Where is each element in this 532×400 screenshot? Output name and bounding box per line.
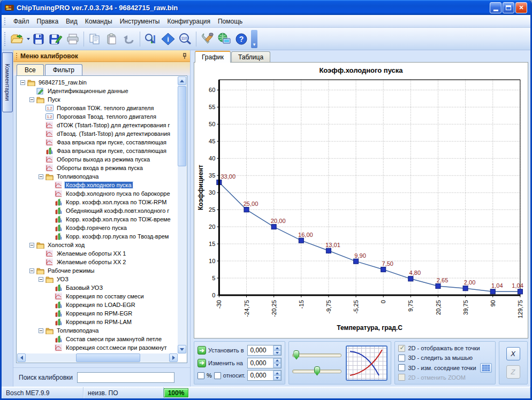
- view-data-button[interactable]: [142, 30, 159, 48]
- toolbar-grip[interactable]: [4, 32, 6, 47]
- tree-item[interactable]: Топливоподача: [17, 326, 178, 335]
- tree-item[interactable]: Холостой ход: [17, 241, 178, 249]
- menu-5[interactable]: Конфигурация: [163, 16, 214, 27]
- pin-icon[interactable]: [180, 52, 188, 60]
- title-bar[interactable]: ChipTuningPRO ver.7.0.3.734 - 96842715_r…: [2, 0, 530, 15]
- tree-item-label[interactable]: Топливоподача: [56, 327, 100, 334]
- tree-item[interactable]: 1.2Пороговая Твозд. теплого двигателя: [17, 112, 178, 121]
- option-checkbox-1[interactable]: [398, 355, 405, 361]
- relative-value[interactable]: 0,000: [248, 371, 273, 380]
- tree-item[interactable]: Коррекция по LOAD-EGR: [17, 301, 178, 309]
- set-to-spinner[interactable]: 0,000: [247, 345, 282, 356]
- tree-item-label[interactable]: dТОЖ (Tstart-Tstop) для детектирования г: [56, 122, 171, 128]
- spin-up-button[interactable]: [273, 371, 281, 375]
- zoom-button[interactable]: 110: [177, 30, 194, 48]
- tree-horizontal-scrollbar[interactable]: [17, 353, 178, 362]
- tree-item[interactable]: Коррекция по RPM-EGR: [17, 309, 178, 318]
- tree-item-label[interactable]: Обедняющий коэфф.повт.холодного г: [65, 207, 170, 214]
- tree-item-label[interactable]: Базовый УОЗ: [65, 284, 104, 291]
- paste-button[interactable]: [103, 30, 120, 48]
- option-checkbox-0[interactable]: [398, 345, 405, 352]
- tree-item-label[interactable]: Коррекция по составу смеси: [65, 293, 145, 299]
- tree-item[interactable]: Коэфф.холодного пуска: [17, 181, 178, 189]
- tree-item-label[interactable]: 96842715_raw.bin: [37, 79, 88, 86]
- relative-checkbox[interactable]: [214, 372, 221, 379]
- tree-item-label[interactable]: Коэфф.горячего пуска: [65, 225, 128, 231]
- open-file-button[interactable]: [9, 30, 26, 48]
- toolbar-overflow-button[interactable]: ▾: [251, 30, 257, 48]
- collapse-toggle[interactable]: [29, 97, 34, 102]
- curve-preview-button[interactable]: [346, 345, 387, 381]
- slider-2[interactable]: [292, 366, 341, 376]
- tree-item-label[interactable]: Рабочие режимы: [47, 267, 95, 274]
- close-button[interactable]: ✕: [515, 2, 527, 13]
- copy-button[interactable]: [86, 30, 103, 48]
- spin-down-button[interactable]: [273, 363, 281, 368]
- tree-item-label[interactable]: Холостой ход: [47, 242, 86, 248]
- line-chart[interactable]: 051015202530354045505560-30-24,75-20,25-…: [194, 74, 528, 339]
- tree-item-label[interactable]: Коррекция сост.смеси при разомкнут: [65, 344, 168, 351]
- tree-item[interactable]: Пуск: [17, 95, 178, 104]
- tree-item[interactable]: Коррекция по составу смеси: [17, 292, 178, 301]
- apply-set-button[interactable]: ➔: [197, 346, 206, 355]
- tree-item[interactable]: Состав смеси при замкнутой петле: [17, 335, 178, 343]
- tree-item-label[interactable]: УОЗ: [56, 276, 70, 282]
- collapse-toggle[interactable]: [39, 328, 43, 333]
- menu-6[interactable]: Помощь: [214, 16, 246, 27]
- tree-item[interactable]: Фаза впрыска при пуске, составляющая: [17, 138, 178, 147]
- tree-item[interactable]: Рабочие режимы: [17, 266, 178, 275]
- tree-item[interactable]: Коррекция по RPM-LAM: [17, 318, 178, 326]
- tree-item[interactable]: Обороты входа в режима пуска: [17, 164, 178, 172]
- panel-grip[interactable]: [16, 52, 18, 60]
- internet-button[interactable]: [216, 30, 233, 48]
- help-button[interactable]: ?: [233, 30, 250, 48]
- tree-vertical-scrollbar[interactable]: [178, 76, 186, 353]
- tree-item[interactable]: 96842715_raw.bin: [17, 78, 178, 87]
- tree-item-label[interactable]: Обороты выхода из режима пуска: [56, 156, 151, 163]
- tree-item-label[interactable]: Пороговая ТОЖ. теплого двигателя: [56, 105, 155, 111]
- tree-item-label[interactable]: Фаза впрыска при пуске, составляющая: [56, 139, 168, 145]
- tree-item-label[interactable]: Состав смеси при замкнутой петле: [65, 336, 163, 342]
- option-checkbox-2[interactable]: [398, 364, 405, 371]
- slider-thumb[interactable]: [293, 350, 299, 360]
- collapse-toggle[interactable]: [39, 174, 43, 179]
- menu-grip[interactable]: [4, 17, 6, 26]
- menu-1[interactable]: Правка: [33, 16, 63, 27]
- tree-item[interactable]: Корр. коэфф.хол.пуска по ТОЖ-време: [17, 215, 178, 224]
- tree-item-label[interactable]: Фаза впрыска при пуске, составляющая: [56, 148, 168, 154]
- tree-item-label[interactable]: Коэфф.холодного пуска: [65, 182, 133, 188]
- collapse-toggle[interactable]: [29, 243, 34, 248]
- tree-item-label[interactable]: Обороты входа в режима пуска: [56, 165, 144, 171]
- menu-4[interactable]: Инструменты: [116, 16, 164, 27]
- scroll-right-button[interactable]: [169, 353, 178, 362]
- maximize-button[interactable]: [503, 2, 514, 13]
- tree-item[interactable]: Топливоподача: [17, 172, 178, 181]
- tree-item[interactable]: Коэфф.холодного пуска по барокорре: [17, 189, 178, 198]
- spin-up-button[interactable]: [273, 345, 281, 350]
- tab-table[interactable]: Таблица: [231, 51, 270, 62]
- tree-item[interactable]: 1.2Пороговая ТОЖ. теплого двигателя: [17, 104, 178, 112]
- percent-checkbox[interactable]: [197, 372, 204, 379]
- set-to-value[interactable]: 0,000: [248, 345, 273, 355]
- apply-change-button[interactable]: ➔: [197, 359, 206, 367]
- option-checkbox-3[interactable]: [398, 374, 405, 381]
- tree-item-label[interactable]: Корр. коэфф.хол.пуска по ТОЖ-време: [65, 216, 172, 222]
- tree-item-label[interactable]: Коэфф.холодного пуска по барокорре: [65, 190, 171, 197]
- tree-item[interactable]: Обедняющий коэфф.повт.холодного г: [17, 206, 178, 215]
- slider-1[interactable]: [292, 350, 341, 360]
- tree-item-label[interactable]: Пуск: [47, 96, 62, 103]
- menu-3[interactable]: Команды: [81, 16, 116, 27]
- search-input[interactable]: [77, 372, 174, 383]
- tree-item[interactable]: Идентификационные данные: [17, 87, 178, 95]
- tree-item[interactable]: Фаза впрыска при пуске, составляющая: [17, 147, 178, 155]
- tab-filter[interactable]: Фильтр: [45, 64, 82, 75]
- slider-thumb[interactable]: [314, 366, 320, 376]
- print-button[interactable]: [64, 30, 81, 48]
- x-axis-button[interactable]: X: [506, 347, 520, 360]
- tree-item-label[interactable]: Коррекция по RPM-LAM: [65, 319, 133, 325]
- tree-item-label[interactable]: Желаемые обороты ХХ 2: [56, 259, 127, 265]
- spin-up-button[interactable]: [273, 358, 281, 363]
- save-edit-button[interactable]: [47, 30, 64, 48]
- comments-tab[interactable]: Комментарии: [2, 52, 13, 112]
- collapse-toggle[interactable]: [39, 277, 43, 282]
